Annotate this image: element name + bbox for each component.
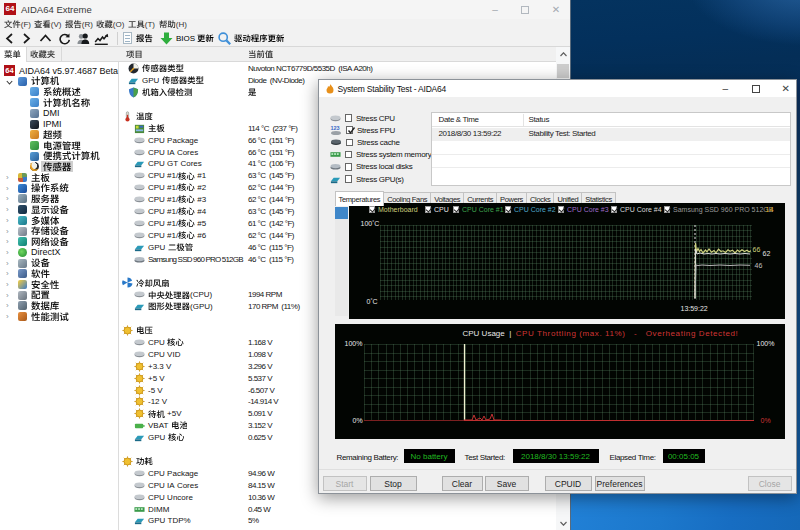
svg-text:123: 123: [330, 125, 339, 131]
